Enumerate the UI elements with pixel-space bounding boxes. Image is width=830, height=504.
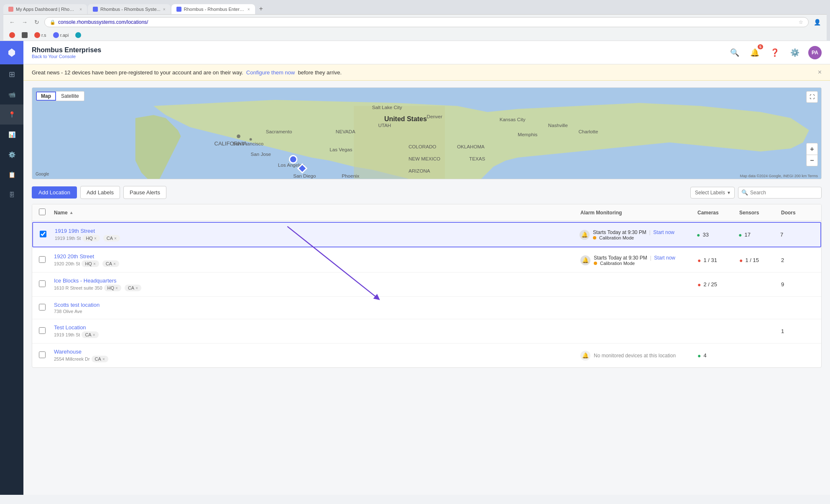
row2-tag-ca-remove[interactable]: × [113, 262, 116, 266]
select-labels-dropdown[interactable]: Select Labels ▾ [690, 187, 735, 199]
row1-address: 1919 19th St [55, 236, 81, 241]
row2-alarm-icon: 🔔 [580, 255, 590, 265]
tab3-close[interactable]: × [248, 7, 250, 12]
row6-alarm-text: No monitored devices at this location [594, 353, 676, 359]
row5-location-name[interactable]: Test Location [54, 324, 580, 331]
row5-tag-ca: CA × [82, 331, 98, 338]
row5-checkbox-cell [39, 327, 54, 335]
map-view-satellite-button[interactable]: Satellite [56, 92, 84, 101]
row2-location-name[interactable]: 1920 20th Street [54, 253, 580, 260]
tab2-favicon [93, 7, 98, 12]
row1-tag-ca-remove[interactable]: × [114, 236, 117, 241]
row2-name-cell: 1920 20th Street 1920 20th St HQ × CA × [54, 253, 580, 267]
row1-location-name[interactable]: 1919 19th Street [55, 228, 580, 234]
svg-text:ARIZONA: ARIZONA [409, 168, 430, 173]
row6-location-name[interactable]: Warehouse [54, 349, 580, 355]
header-checkbox[interactable] [39, 209, 46, 215]
row2-tag-ca: CA × [102, 260, 119, 267]
bookmark-circle[interactable] [8, 31, 17, 39]
table-row[interactable]: 1919 19th Street 1919 19th St HQ × CA × [32, 222, 821, 247]
search-header-button[interactable]: 🔍 [728, 46, 741, 59]
map-svg: United States CALIFORNIA NEVADA UTAH Las… [32, 88, 821, 179]
add-labels-button[interactable]: Add Labels [80, 186, 120, 199]
row1-checkbox[interactable] [40, 231, 46, 237]
sidebar-logo[interactable] [0, 41, 23, 64]
app-wrapper: ⊞ 📹 📍 📊 ⚙️ 📋 🗄 Rhombus Enterprises Back … [0, 41, 830, 495]
new-tab-button[interactable]: + [256, 3, 266, 14]
row2-start-now-link[interactable]: Start now [654, 255, 675, 261]
row4-location-name[interactable]: Scotts test location [54, 302, 580, 308]
bookmark-rs-label: r.s [41, 33, 46, 38]
bookmark-extra[interactable] [74, 31, 83, 39]
table-row[interactable]: Warehouse 2554 Millcreek Dr CA × 🔔 [32, 344, 821, 367]
row6-checkbox[interactable] [39, 351, 46, 358]
user-avatar[interactable]: PA [808, 46, 822, 59]
map-view-map-button[interactable]: Map [36, 92, 56, 101]
sidebar-item-sensors[interactable]: ⚙️ [0, 145, 23, 165]
sidebar-item-docs[interactable]: 🗄 [0, 185, 23, 205]
map-zoom-out-button[interactable]: − [806, 155, 818, 166]
table-row[interactable]: Scotts test location 738 Olive Ave [32, 297, 821, 319]
row3-location-name[interactable]: Ice Blocks - Headquarters [54, 277, 580, 284]
header-checkbox-cell [39, 209, 54, 216]
browser-tab-2[interactable]: Rhombus - Rhombus Syste... × [88, 4, 171, 14]
settings-button[interactable]: ⚙️ [788, 46, 802, 59]
row3-checkbox[interactable] [39, 280, 46, 287]
back-to-console-link[interactable]: Back to Your Console [32, 54, 101, 59]
bookmark-square[interactable] [20, 31, 29, 39]
table-row[interactable]: Test Location 1919 19th St CA × [32, 319, 821, 344]
map-fullscreen-button[interactable]: ⛶ [806, 91, 818, 103]
sidebar-item-dashboard[interactable]: ⊞ [0, 64, 23, 84]
bookmark-rapi-label: r.api [60, 33, 69, 38]
bookmark-star[interactable]: ☆ [799, 19, 803, 25]
row3-tag-hq-remove[interactable]: × [115, 286, 118, 290]
row6-tag-ca: CA × [92, 356, 108, 362]
row1-start-now-link[interactable]: Start now [653, 229, 674, 235]
search-input[interactable] [738, 187, 822, 199]
forward-button[interactable]: → [20, 18, 29, 26]
profile-button[interactable]: 👤 [812, 18, 822, 26]
bookmark-rapi[interactable]: r.api [51, 31, 71, 39]
tab2-close[interactable]: × [163, 7, 166, 12]
row1-tag-ca: CA × [103, 235, 120, 242]
browser-tab-1[interactable]: My Apps Dashboard | Rhomb... × [3, 4, 87, 14]
sidebar-item-reports[interactable]: 📋 [0, 165, 23, 185]
content-area: United States CALIFORNIA NEVADA UTAH Las… [23, 81, 830, 495]
help-button[interactable]: ❓ [768, 46, 781, 59]
row2-tag-hq-remove[interactable]: × [93, 262, 96, 266]
table-row[interactable]: Ice Blocks - Headquarters 1610 R Street … [32, 272, 821, 297]
configure-link[interactable]: Configure them now [246, 69, 295, 76]
row3-cameras-icon: ● [697, 281, 701, 288]
bookmark-rs[interactable]: r.s [33, 31, 48, 39]
row2-alarm-cell: 🔔 Starts Today at 9:30 PM | Start now Ca [580, 255, 697, 266]
table-row[interactable]: 1920 20th Street 1920 20th St HQ × CA × [32, 248, 821, 272]
row6-tag-ca-remove[interactable]: × [102, 357, 105, 361]
notification-close-button[interactable]: × [818, 69, 822, 76]
row3-address-tags: 1610 R Street suite 350 HQ × CA × [54, 285, 580, 291]
row5-tag-ca-remove[interactable]: × [93, 333, 95, 337]
row5-checkbox[interactable] [39, 327, 46, 334]
row3-tag-ca-remove[interactable]: × [135, 286, 138, 290]
pause-alerts-button[interactable]: Pause Alerts [123, 186, 166, 199]
back-button[interactable]: ← [8, 18, 17, 26]
url-bar[interactable]: 🔒 console.rhombussystems.com/locations/ … [44, 17, 809, 27]
header-name: Name ▲ [54, 210, 580, 216]
row3-cameras-count: 2 / 25 [703, 281, 717, 288]
sidebar-item-camera[interactable]: 📹 [0, 84, 23, 104]
browser-tab-3[interactable]: Rhombus - Rhombus Enterp... × [171, 4, 255, 14]
svg-text:Phoenix: Phoenix [342, 173, 359, 178]
row1-tag-ca-label: CA [107, 236, 113, 241]
map-zoom-in-button[interactable]: + [806, 143, 818, 155]
sidebar-item-analytics[interactable]: 📊 [0, 125, 23, 145]
row5-address: 1919 19th St [54, 332, 80, 337]
reload-button[interactable]: ↻ [33, 18, 41, 26]
row4-checkbox[interactable] [39, 304, 46, 311]
row2-sensors-count: 1 / 15 [745, 257, 759, 263]
sidebar-item-location[interactable]: 📍 [0, 104, 23, 125]
add-location-button[interactable]: Add Location [32, 186, 77, 199]
row1-tag-hq-remove[interactable]: × [94, 236, 97, 241]
row1-alarm-sub: Calibration Mode [593, 235, 674, 240]
select-labels-chevron: ▾ [728, 190, 730, 196]
row2-checkbox[interactable] [39, 256, 46, 263]
tab1-close[interactable]: × [79, 7, 82, 12]
